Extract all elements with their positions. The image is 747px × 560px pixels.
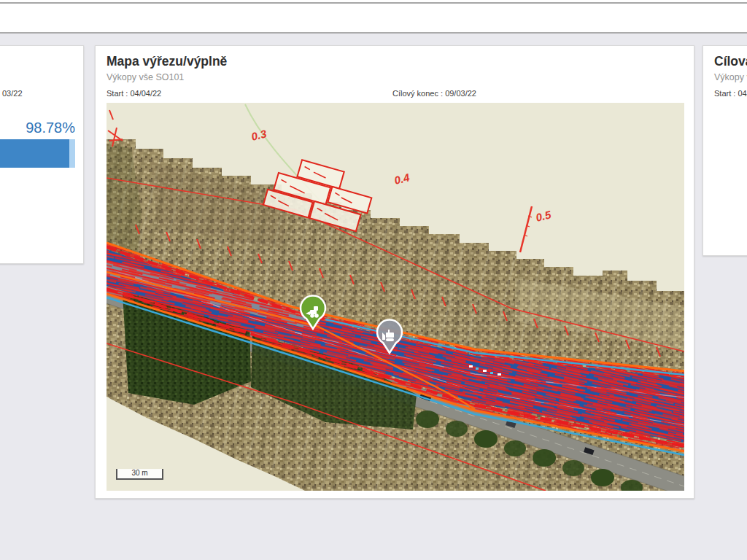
- map-card-subtitle: Výkopy vše SO101: [107, 72, 184, 82]
- target-card-subtitle: Výkopy v: [714, 72, 747, 82]
- top-toolbar: [0, 0, 747, 34]
- map-card-title: Mapa výřezu/výplně: [107, 54, 227, 69]
- map-card: Mapa výřezu/výplně Výkopy vše SO101 Star…: [95, 45, 694, 499]
- target-date-label: Cílový konec : 09/03/22: [392, 89, 476, 98]
- map-svg: 0.3 0.4 0.5: [107, 103, 684, 491]
- map-canvas[interactable]: 0.3 0.4 0.5: [107, 103, 684, 491]
- target-card-start-label: Start : 04/0: [714, 89, 747, 98]
- target-card-title: Cílová: [714, 54, 747, 69]
- map-scale-control: 30 m: [116, 469, 163, 480]
- progress-bar-track: [0, 139, 75, 168]
- progress-bar-fill: [0, 139, 69, 168]
- target-date-clipped: 03/22: [2, 89, 23, 98]
- start-date-label: Start : 04/04/22: [107, 89, 161, 98]
- progress-percent-value: 98.78%: [26, 120, 75, 136]
- progress-card: 03/22 98.78%: [0, 45, 84, 264]
- top-toolbar-rule: [0, 2, 747, 4]
- target-card: Cílová Výkopy v Start : 04/0: [703, 45, 747, 256]
